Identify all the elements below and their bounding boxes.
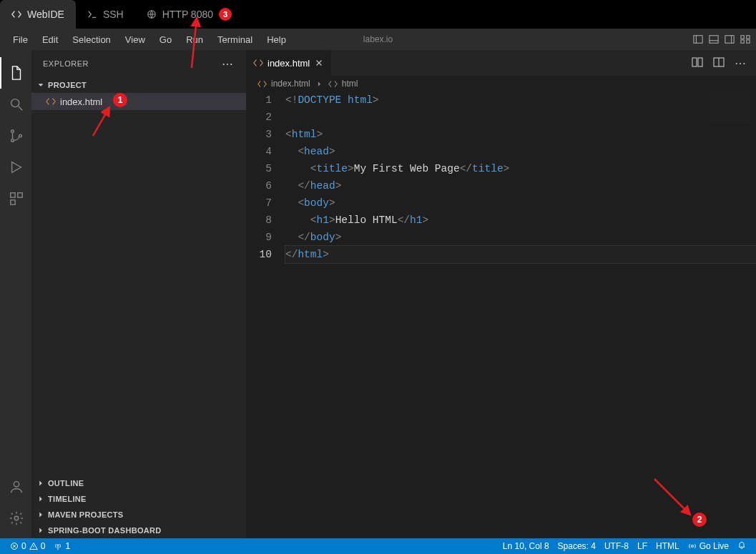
broadcast-icon bbox=[688, 542, 697, 550]
account-icon bbox=[9, 479, 24, 495]
statusbar: 0 0 1 Ln 10, Col 8 Spaces: 4 UTF-8 LF HT… bbox=[0, 538, 756, 554]
activity-scm[interactable] bbox=[0, 120, 31, 152]
minimap[interactable] bbox=[709, 91, 749, 123]
symbol-icon bbox=[328, 79, 338, 89]
springboot-section[interactable]: SPRING-BOOT DASHBOARD bbox=[31, 523, 246, 538]
status-eol[interactable]: LF bbox=[633, 541, 652, 551]
ports-count: 1 bbox=[65, 541, 70, 551]
menu-selection[interactable]: Selection bbox=[65, 31, 117, 48]
svg-point-20 bbox=[14, 516, 19, 520]
svg-rect-17 bbox=[18, 193, 22, 197]
status-encoding[interactable]: UTF-8 bbox=[600, 541, 633, 551]
section-label: MAVEN PROJECTS bbox=[48, 510, 123, 519]
chevron-right-icon bbox=[36, 478, 46, 488]
file-tree: index.html bbox=[31, 93, 246, 475]
activity-account[interactable] bbox=[0, 471, 31, 503]
editor-actions: ⋯ bbox=[692, 56, 756, 70]
svg-point-11 bbox=[11, 99, 19, 107]
warning-icon bbox=[29, 542, 38, 550]
svg-point-14 bbox=[11, 139, 14, 142]
outline-section[interactable]: OUTLINE bbox=[31, 475, 246, 491]
svg-rect-8 bbox=[747, 36, 750, 39]
menu-run[interactable]: Run bbox=[179, 31, 210, 48]
top-tab-http[interactable]: HTTP 8080 3 bbox=[135, 0, 243, 29]
editor-tab-index[interactable]: index.html bbox=[246, 50, 332, 76]
code-editor[interactable]: 12345678910 <!DOCTYPE html> <html> <head… bbox=[246, 91, 756, 538]
svg-rect-7 bbox=[741, 36, 744, 39]
project-section-header[interactable]: PROJECT bbox=[31, 77, 246, 93]
top-tab-label: HTTP 8080 bbox=[162, 9, 213, 20]
explorer-sidebar: EXPLORER ⋯ PROJECT index.html OUTLINE TI… bbox=[31, 50, 246, 538]
layout-panel-icon[interactable] bbox=[709, 34, 719, 44]
layout-right-icon[interactable] bbox=[725, 34, 735, 44]
editor-more-icon[interactable]: ⋯ bbox=[735, 56, 747, 70]
activity-bottom bbox=[0, 471, 31, 534]
terminal-icon bbox=[87, 9, 97, 19]
menu-help[interactable]: Help bbox=[260, 31, 293, 48]
code-icon bbox=[11, 9, 21, 19]
chevron-right-icon bbox=[36, 525, 46, 535]
menu-edit[interactable]: Edit bbox=[35, 31, 65, 48]
top-tab-label: WebIDE bbox=[27, 9, 64, 20]
source-control-icon bbox=[9, 128, 24, 144]
bell-icon bbox=[737, 541, 746, 550]
top-tab-webide[interactable]: WebIDE bbox=[0, 0, 76, 29]
explorer-title: EXPLORER bbox=[43, 59, 89, 68]
error-icon bbox=[10, 542, 19, 550]
svg-rect-23 bbox=[692, 58, 697, 66]
menu-file[interactable]: File bbox=[6, 31, 35, 48]
section-label: OUTLINE bbox=[48, 479, 84, 488]
breadcrumb-file: index.html bbox=[271, 79, 310, 89]
debug-icon bbox=[9, 159, 24, 175]
menu-view[interactable]: View bbox=[118, 31, 152, 48]
activity-extensions[interactable] bbox=[0, 183, 31, 214]
file-name: index.html bbox=[60, 97, 102, 107]
main-area: EXPLORER ⋯ PROJECT index.html OUTLINE TI… bbox=[0, 50, 756, 538]
editor-tab-label: index.html bbox=[267, 58, 310, 69]
activity-search[interactable] bbox=[0, 89, 31, 120]
split-icon[interactable] bbox=[713, 56, 725, 68]
status-golive[interactable]: Go Live bbox=[684, 541, 733, 551]
timeline-section[interactable]: TIMELINE bbox=[31, 491, 246, 507]
section-label: SPRING-BOOT DASHBOARD bbox=[48, 526, 161, 535]
activitybar bbox=[0, 50, 31, 538]
sidebar-bottom-sections: OUTLINE TIMELINE MAVEN PROJECTS SPRING-B… bbox=[31, 475, 246, 538]
svg-rect-3 bbox=[710, 36, 718, 44]
status-ports[interactable]: 1 bbox=[49, 538, 74, 554]
explorer-header: EXPLORER ⋯ bbox=[31, 50, 246, 77]
top-tab-ssh[interactable]: SSH bbox=[76, 0, 135, 29]
status-cursor-pos[interactable]: Ln 10, Col 8 bbox=[499, 541, 554, 551]
svg-point-13 bbox=[11, 130, 14, 133]
compare-icon[interactable] bbox=[692, 56, 703, 68]
maven-section[interactable]: MAVEN PROJECTS bbox=[31, 507, 246, 523]
search-icon bbox=[9, 97, 24, 112]
menu-terminal[interactable]: Terminal bbox=[210, 31, 260, 48]
svg-point-19 bbox=[14, 482, 19, 487]
explorer-menu-dots[interactable]: ⋯ bbox=[222, 57, 235, 71]
breadcrumb[interactable]: index.html html bbox=[246, 76, 756, 91]
layout-custom-icon[interactable] bbox=[740, 34, 750, 44]
code-lines[interactable]: <!DOCTYPE html> <html> <head> <title>My … bbox=[285, 91, 756, 538]
menu-go[interactable]: Go bbox=[152, 31, 179, 48]
activity-settings[interactable] bbox=[0, 503, 31, 534]
html-file-icon bbox=[46, 97, 56, 107]
status-spaces[interactable]: Spaces: 4 bbox=[554, 541, 600, 551]
svg-line-12 bbox=[19, 107, 23, 111]
activity-debug[interactable] bbox=[0, 152, 31, 183]
globe-icon bbox=[147, 9, 157, 19]
activity-explorer[interactable] bbox=[0, 57, 31, 89]
html-file-icon bbox=[257, 79, 267, 89]
svg-rect-9 bbox=[741, 40, 744, 43]
project-label: PROJECT bbox=[48, 81, 87, 89]
gear-icon bbox=[9, 510, 24, 526]
svg-rect-5 bbox=[725, 36, 734, 44]
status-problems[interactable]: 0 0 bbox=[6, 538, 49, 554]
layout-toggle-icon[interactable] bbox=[693, 34, 703, 44]
status-language[interactable]: HTML bbox=[652, 541, 684, 551]
file-index-html[interactable]: index.html bbox=[31, 93, 246, 110]
svg-rect-24 bbox=[698, 58, 702, 66]
close-tab-icon[interactable] bbox=[314, 58, 324, 68]
editor-group: index.html ⋯ index.html html 12345678910… bbox=[246, 50, 756, 538]
chevron-right-icon bbox=[36, 494, 46, 504]
status-bell[interactable] bbox=[733, 541, 750, 550]
